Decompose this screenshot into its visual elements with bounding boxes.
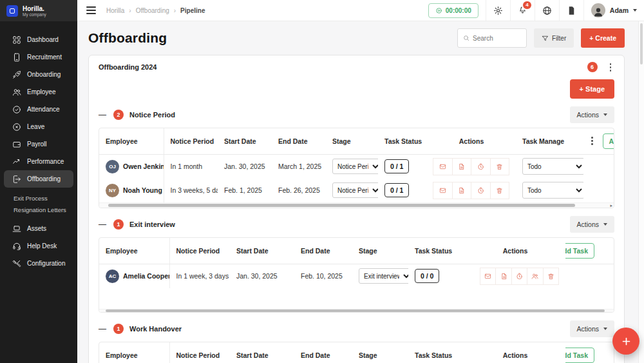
- horizontal-scrollbar[interactable]: [99, 309, 614, 312]
- trend-icon: [12, 157, 21, 166]
- stage-section-notice-period: — 2 Notice Period Actions Employee Notic…: [99, 106, 614, 208]
- task-manage-select[interactable]: Todo: [522, 158, 583, 175]
- add-task-button[interactable]: Add Task: [565, 348, 594, 363]
- breadcrumb-separator: [174, 7, 176, 14]
- sidebar-item-label: Assets: [27, 225, 46, 232]
- note-button[interactable]: [452, 182, 472, 199]
- collapse-toggle[interactable]: —: [99, 220, 108, 229]
- collapse-toggle[interactable]: —: [99, 110, 108, 119]
- sidebar-subitem-label: Resignation Letters: [14, 206, 66, 213]
- create-button[interactable]: + Create: [581, 28, 625, 48]
- table-row[interactable]: OJOwen Jenkins In 1 month Jan. 30, 2025 …: [99, 154, 614, 179]
- delete-button[interactable]: [490, 182, 510, 199]
- trash-icon: [547, 273, 554, 280]
- rocket-icon: [12, 70, 21, 79]
- collapse-toggle[interactable]: —: [99, 324, 108, 333]
- scroll-right-arrow-icon[interactable]: ▸: [610, 203, 612, 208]
- add-task-button[interactable]: Add Task: [565, 243, 594, 259]
- exit-icon: [12, 175, 21, 184]
- brand-logo-icon: [6, 5, 18, 17]
- send-mail-button[interactable]: [433, 158, 453, 175]
- sidebar-item-employee[interactable]: Employee: [4, 83, 73, 101]
- col-task-status: Task Status: [408, 238, 465, 264]
- add-task-button[interactable]: Add Task: [603, 133, 614, 149]
- search-input[interactable]: [473, 35, 521, 42]
- note-button[interactable]: [452, 158, 472, 175]
- gear-icon: [493, 6, 503, 15]
- stage-actions-button[interactable]: Actions: [570, 106, 614, 123]
- scrollbar-thumb[interactable]: [640, 23, 643, 64]
- delete-button[interactable]: [490, 158, 510, 175]
- table-row[interactable]: ACAmelia Cooper In 1 week, 3 days Jan. 3…: [99, 264, 614, 288]
- sidebar-item-label: Recruitment: [27, 54, 62, 61]
- col-notice-period: Notice Period: [169, 342, 230, 363]
- scrollbar-thumb[interactable]: [108, 204, 575, 207]
- stage-select[interactable]: Notice Period: [332, 182, 378, 198]
- note-icon: [458, 163, 465, 170]
- add-stage-button[interactable]: + Stage: [570, 79, 614, 99]
- timer-icon: [435, 7, 442, 14]
- breadcrumb-home[interactable]: Horilla: [106, 7, 124, 14]
- horizontal-scrollbar[interactable]: ▸: [99, 202, 614, 208]
- sidebar-item-leave[interactable]: Leave: [4, 118, 73, 135]
- table-row[interactable]: NYNoah Young In 3 weeks, 5 days Feb. 1, …: [99, 179, 614, 202]
- note-button[interactable]: [495, 268, 511, 285]
- users-icon: [12, 88, 21, 97]
- task-status-value: 0 / 1: [384, 159, 409, 173]
- breadcrumb-section[interactable]: Offboarding: [136, 7, 169, 14]
- sidebar-item-assets[interactable]: Assets: [4, 220, 73, 237]
- avatar: OJ: [106, 160, 119, 173]
- search-icon: [463, 34, 469, 42]
- sidebar-item-recruitment[interactable]: Recruitment: [4, 48, 73, 66]
- sidebar-item-label: Leave: [27, 123, 44, 130]
- stage-title: Notice Period: [129, 111, 175, 119]
- actions-label: Actions: [577, 111, 599, 119]
- board-kebab-icon[interactable]: [607, 62, 615, 73]
- reminder-button[interactable]: [471, 182, 491, 199]
- employee-name: Amelia Cooper: [123, 272, 169, 280]
- sidebar-item-help-desk[interactable]: Help Desk: [4, 237, 73, 255]
- delete-button[interactable]: [543, 268, 559, 285]
- floating-add-button[interactable]: [612, 328, 639, 355]
- end-date-value: Feb. 26, 2025: [272, 179, 326, 202]
- attendance-timer[interactable]: 00:00:00: [428, 3, 478, 18]
- language-button[interactable]: [535, 0, 559, 21]
- reminder-button[interactable]: [471, 158, 491, 175]
- stage-actions-button[interactable]: Actions: [570, 320, 614, 337]
- chevron-down-icon: [603, 113, 607, 116]
- reminder-button[interactable]: [511, 268, 527, 285]
- x-circle-icon: [12, 123, 21, 132]
- sidebar-item-offboarding[interactable]: Offboarding: [4, 170, 73, 188]
- send-mail-button[interactable]: [433, 182, 453, 199]
- sidebar-item-configuration[interactable]: Configuration: [4, 255, 73, 272]
- documents-button[interactable]: [559, 0, 583, 21]
- sidebar-item-attendance[interactable]: Attendance: [4, 101, 73, 118]
- stage-select[interactable]: Exit interview: [359, 268, 408, 284]
- interview-button[interactable]: [527, 268, 543, 285]
- filter-button[interactable]: Filter: [534, 28, 574, 48]
- stage-title: Exit interview: [129, 221, 175, 228]
- stage-table: Employee Notice Period Start Date End Da…: [99, 342, 614, 363]
- end-date-value: March 1, 2025: [272, 154, 326, 179]
- sidebar-item-label: Offboarding: [27, 175, 61, 182]
- sidebar-subitem-resignation-letters[interactable]: Resignation Letters: [4, 204, 73, 215]
- sidebar-subitem-exit-process[interactable]: Exit Process: [4, 192, 73, 204]
- scrollbar-thumb[interactable]: [106, 309, 605, 312]
- settings-button[interactable]: [486, 0, 510, 21]
- stage-select[interactable]: Notice Period: [332, 159, 378, 174]
- brand[interactable]: Horilla. My company: [0, 0, 77, 21]
- task-manage-select[interactable]: Todo: [522, 182, 583, 199]
- col-task-manage: Task Manage: [516, 128, 583, 155]
- table-kebab-icon[interactable]: [588, 135, 596, 146]
- sidebar-item-payroll[interactable]: Payroll: [4, 135, 73, 153]
- menu-toggle-icon[interactable]: [86, 6, 96, 14]
- user-menu[interactable]: Adam: [583, 0, 644, 21]
- sidebar-item-dashboard[interactable]: Dashboard: [4, 31, 73, 48]
- vertical-scrollbar[interactable]: [638, 21, 644, 363]
- notifications-button[interactable]: 4: [510, 0, 535, 21]
- sidebar-item-performance[interactable]: Performance: [4, 153, 73, 170]
- notice-period-value: In 3 weeks, 5 days: [164, 179, 218, 202]
- send-mail-button[interactable]: [480, 268, 496, 285]
- stage-actions-button[interactable]: Actions: [570, 216, 614, 233]
- sidebar-item-onboarding[interactable]: Onboarding: [4, 66, 73, 83]
